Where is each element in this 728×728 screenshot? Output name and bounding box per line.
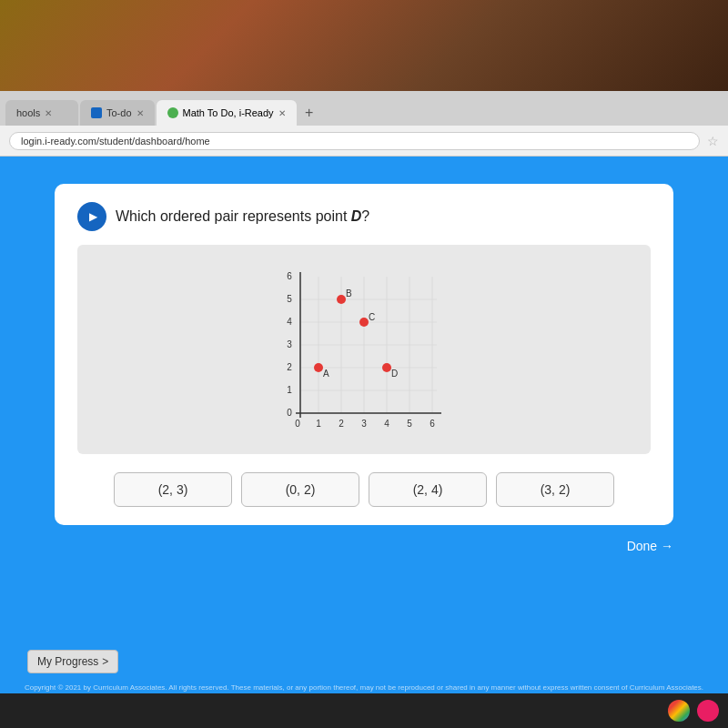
svg-text:5: 5 xyxy=(287,294,292,304)
answer-button-1[interactable]: (2, 3) xyxy=(114,472,232,507)
svg-text:D: D xyxy=(391,369,398,379)
chrome-taskbar-icon[interactable] xyxy=(668,700,690,722)
audio-button[interactable] xyxy=(77,202,106,231)
svg-text:2: 2 xyxy=(339,419,344,429)
tab-schools-label: hools xyxy=(16,107,40,118)
bottom-bar: My Progress > xyxy=(27,650,118,673)
svg-text:A: A xyxy=(323,369,329,379)
point-D xyxy=(382,363,391,372)
point-B xyxy=(337,295,346,304)
tab-todo-close[interactable]: ✕ xyxy=(136,108,144,118)
tab-todo-label: To-do xyxy=(106,107,132,118)
my-progress-label: My Progress xyxy=(37,655,98,668)
answer-button-2[interactable]: (0, 2) xyxy=(241,472,359,507)
svg-text:2: 2 xyxy=(287,362,292,372)
done-button[interactable]: Done → xyxy=(627,539,673,553)
svg-text:0: 0 xyxy=(287,408,292,418)
svg-text:0: 0 xyxy=(295,419,300,429)
address-bar: ☆ xyxy=(0,126,728,157)
tab-iready-icon xyxy=(167,107,178,118)
svg-text:6: 6 xyxy=(287,271,292,281)
other-taskbar-icon[interactable] xyxy=(697,700,719,722)
answer-button-3[interactable]: (2, 4) xyxy=(369,472,487,507)
answer-choices: (2, 3) (0, 2) (2, 4) (3, 2) xyxy=(77,472,651,507)
svg-text:4: 4 xyxy=(384,419,389,429)
my-progress-arrow: > xyxy=(102,655,108,668)
question-header: Which ordered pair represents point D? xyxy=(77,202,651,231)
svg-text:5: 5 xyxy=(407,419,412,429)
tab-iready-close[interactable]: ✕ xyxy=(278,108,286,118)
done-area: Done → xyxy=(55,539,673,553)
graph-container: 0 1 2 3 4 5 6 0 1 2 3 4 5 6 xyxy=(77,245,651,454)
browser-window: hools ✕ To-do ✕ Math To Do, i-Ready ✕ + … xyxy=(0,91,728,728)
tab-iready[interactable]: Math To Do, i-Ready ✕ xyxy=(157,100,297,126)
tab-iready-label: Math To Do, i-Ready xyxy=(183,107,274,118)
new-tab-button[interactable]: + xyxy=(298,102,320,124)
answer-button-4[interactable]: (3, 2) xyxy=(496,472,614,507)
browser-content: Which ordered pair represents point D? xyxy=(0,157,728,728)
question-card: Which ordered pair represents point D? xyxy=(55,184,673,525)
taskbar xyxy=(0,693,728,728)
tab-schools-close[interactable]: ✕ xyxy=(45,108,52,118)
svg-text:B: B xyxy=(346,288,352,298)
point-C xyxy=(359,318,369,327)
point-A xyxy=(314,363,323,372)
my-progress-button[interactable]: My Progress > xyxy=(27,650,118,673)
svg-text:1: 1 xyxy=(316,419,321,429)
svg-text:4: 4 xyxy=(287,317,292,327)
bookmark-icon[interactable]: ☆ xyxy=(707,134,719,148)
tab-todo[interactable]: To-do ✕ xyxy=(80,100,155,126)
copyright-text: Copyright © 2021 by Curriculum Associate… xyxy=(0,683,728,692)
svg-text:3: 3 xyxy=(361,419,367,429)
question-text: Which ordered pair represents point D? xyxy=(116,208,369,225)
svg-text:C: C xyxy=(369,312,375,322)
svg-text:1: 1 xyxy=(287,385,292,395)
browser-tabs: hools ✕ To-do ✕ Math To Do, i-Ready ✕ + xyxy=(0,91,728,126)
address-input[interactable] xyxy=(9,132,700,150)
tab-schools[interactable]: hools ✕ xyxy=(5,100,78,126)
tab-todo-icon xyxy=(91,107,102,118)
coordinate-graph: 0 1 2 3 4 5 6 0 1 2 3 4 5 6 xyxy=(273,258,455,440)
svg-text:6: 6 xyxy=(430,419,435,429)
svg-text:3: 3 xyxy=(287,339,292,349)
